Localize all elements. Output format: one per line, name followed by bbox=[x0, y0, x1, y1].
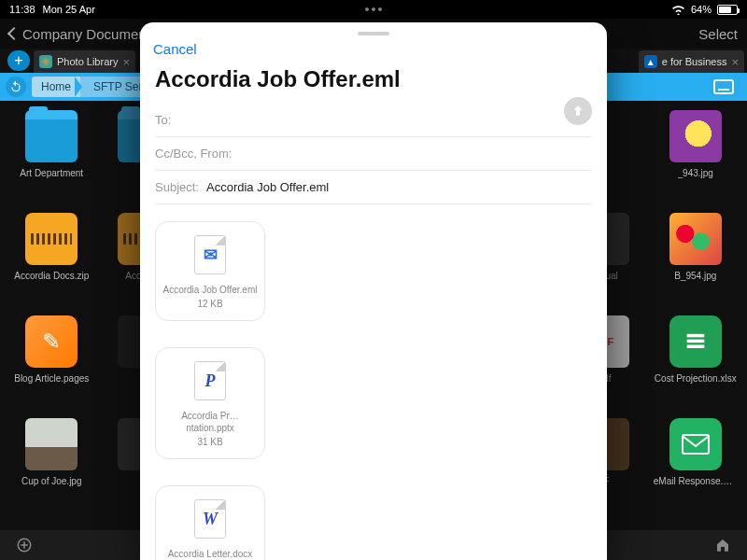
svg-rect-0 bbox=[686, 334, 704, 338]
file-item[interactable]: ✎Blog Article.pages bbox=[6, 312, 98, 414]
cancel-button[interactable]: Cancel bbox=[153, 41, 594, 57]
onedrive-icon: ▲ bbox=[644, 55, 657, 68]
svg-rect-1 bbox=[686, 340, 704, 343]
image-thumbnail bbox=[25, 418, 78, 470]
breadcrumb-home[interactable]: Home bbox=[32, 77, 80, 97]
attachment-file-icon: W bbox=[194, 499, 226, 539]
tab-photo-library[interactable]: Photo Library × bbox=[34, 50, 135, 73]
image-thumbnail bbox=[669, 213, 722, 265]
sheet-grabber[interactable] bbox=[358, 32, 389, 35]
pages-icon: ✎ bbox=[25, 315, 78, 368]
presentation-icon bbox=[713, 79, 734, 94]
back-label: Company Documents bbox=[22, 26, 157, 42]
attachment-size: 31 KB bbox=[197, 437, 222, 447]
chevron-left-icon bbox=[7, 27, 21, 40]
attachment-file-icon: P bbox=[194, 361, 226, 400]
field-label: To: bbox=[155, 113, 171, 127]
attachment-name: Accordia Job Offer.eml bbox=[163, 284, 258, 296]
zip-icon bbox=[25, 213, 78, 265]
attachments-area: ✉Accordia Job Offer.eml12 KBPAccordia Pr… bbox=[140, 204, 607, 560]
sheet-title: Accordia Job Offer.eml bbox=[140, 61, 607, 104]
file-item[interactable]: eMail Response.eml bbox=[650, 414, 742, 517]
battery-percentage: 64% bbox=[691, 4, 712, 15]
new-tab-button[interactable]: + bbox=[7, 50, 30, 71]
file-item[interactable]: Art Department bbox=[6, 106, 98, 209]
compose-mail-sheet: Cancel Accordia Job Offer.eml To: Cc/Bcc… bbox=[140, 22, 607, 560]
tab-onedrive[interactable]: ▲ e for Business × bbox=[639, 50, 744, 73]
multitask-dots-icon[interactable] bbox=[365, 7, 382, 11]
status-bar: 11:38 Mon 25 Apr 64% bbox=[0, 0, 747, 19]
attachment-size: 12 KB bbox=[197, 299, 222, 309]
attachment-card[interactable]: PAccordia Pr…ntation.pptx31 KB bbox=[155, 347, 265, 459]
history-back-button[interactable] bbox=[6, 77, 26, 97]
wifi-icon bbox=[671, 5, 685, 15]
to-field[interactable]: To: bbox=[155, 104, 592, 137]
image-thumbnail bbox=[669, 110, 722, 162]
view-mode-button[interactable] bbox=[713, 79, 747, 94]
back-button[interactable]: Company Documents bbox=[9, 26, 157, 42]
svg-rect-2 bbox=[686, 345, 704, 349]
field-label: Subject: bbox=[155, 180, 199, 194]
tab-label: Photo Library bbox=[57, 56, 118, 67]
status-time: 11:38 bbox=[9, 4, 35, 15]
attachment-card[interactable]: ✉Accordia Job Offer.eml12 KB bbox=[155, 221, 265, 321]
attachment-name: Accordia Letter.docx bbox=[168, 548, 253, 560]
send-button[interactable] bbox=[564, 97, 592, 125]
close-tab-icon[interactable]: × bbox=[731, 55, 739, 69]
tab-label: e for Business bbox=[662, 56, 727, 67]
select-button[interactable]: Select bbox=[698, 26, 738, 42]
home-button[interactable] bbox=[713, 538, 732, 553]
attachment-name: Accordia Pr…ntation.pptx bbox=[162, 410, 259, 434]
svg-rect-3 bbox=[683, 435, 709, 454]
subject-field[interactable]: Subject: Accordia Job Offer.eml bbox=[155, 171, 592, 204]
file-item[interactable]: Accordia Docs.zip bbox=[6, 209, 98, 312]
field-label: Cc/Bcc, From: bbox=[155, 147, 232, 161]
close-tab-icon[interactable]: × bbox=[122, 55, 130, 69]
status-date: Mon 25 Apr bbox=[43, 4, 95, 15]
attachment-file-icon: ✉ bbox=[194, 235, 226, 274]
file-item[interactable]: Cup of Joe.jpg bbox=[6, 414, 98, 517]
xlsx-icon bbox=[669, 315, 722, 368]
subject-value: Accordia Job Offer.eml bbox=[206, 180, 329, 194]
add-button[interactable] bbox=[15, 537, 34, 553]
eml-icon bbox=[669, 418, 722, 470]
battery-icon bbox=[717, 5, 738, 15]
attachment-card[interactable]: WAccordia Letter.docx51 KB bbox=[155, 485, 265, 560]
file-item[interactable]: _943.jpg bbox=[650, 106, 742, 209]
file-item[interactable]: B_954.jpg bbox=[650, 209, 742, 312]
file-item[interactable]: Cost Projection.xlsx bbox=[650, 312, 742, 414]
cc-bcc-from-field[interactable]: Cc/Bcc, From: bbox=[155, 137, 592, 171]
photos-icon bbox=[39, 55, 52, 68]
folder-icon bbox=[25, 110, 78, 162]
